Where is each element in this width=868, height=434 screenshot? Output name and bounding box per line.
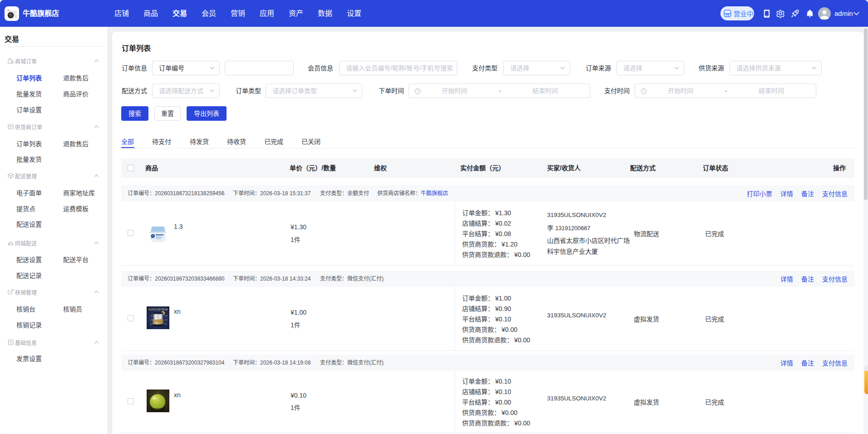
svg-text:+0%: +0%	[150, 315, 154, 317]
svg-text:+2%: +2%	[150, 319, 154, 321]
svg-text:+0%: +0%	[164, 315, 168, 317]
svg-text:+1%: +1%	[164, 319, 168, 321]
svg-text:+H: +H	[164, 323, 167, 325]
svg-text:+9%: +9%	[150, 323, 154, 325]
svg-text:消失的时间 精华焕采霜: 消失的时间 精华焕采霜	[148, 308, 168, 311]
